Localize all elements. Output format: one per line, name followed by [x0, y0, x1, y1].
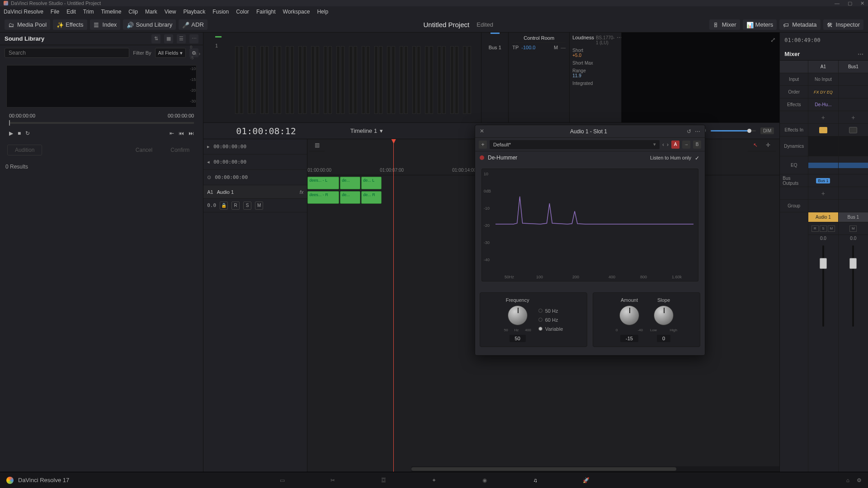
menu-fairlight[interactable]: Fairlight [256, 9, 276, 15]
timeline-scrollbar[interactable] [411, 466, 779, 472]
freq-50hz-radio[interactable]: 50 Hz [538, 308, 563, 314]
ch-mute-toggle[interactable]: M [828, 225, 835, 232]
dynamics-slot[interactable] [808, 136, 838, 156]
plugin-bypass-toggle[interactable] [480, 155, 484, 160]
window-minimize-button[interactable]: — [835, 0, 840, 6]
channel-gain-value[interactable]: 0.0 [808, 235, 838, 242]
track-lock-toggle[interactable]: 🔒 [220, 202, 228, 210]
snap-tool-icon[interactable]: ✛ [764, 142, 772, 148]
tc-field-3[interactable]: 00:00:00:00 [215, 174, 248, 180]
playhead[interactable] [393, 139, 394, 472]
transport-record-icon[interactable]: ◂ [207, 159, 210, 165]
audio-clip[interactable]: de... R [361, 191, 382, 204]
preview-scrubber[interactable] [9, 122, 194, 124]
meters-button[interactable]: 📊Meters [743, 19, 777, 30]
adr-button[interactable]: 🎤ADR [179, 19, 207, 30]
audio-clip[interactable]: de... [340, 191, 360, 204]
home-icon[interactable]: ⌂ [846, 477, 849, 483]
frequency-value[interactable]: 50 [509, 335, 526, 342]
track-solo-toggle[interactable]: S [243, 202, 251, 210]
tc-field-1[interactable]: 00:00:00:00 [213, 144, 246, 150]
prev-preset-icon[interactable]: ‹ [662, 141, 664, 148]
media-page-icon[interactable]: ▭ [277, 475, 287, 485]
plugin-window[interactable]: ✕ Audio 1 - Slot 1 ↺ ⋯ + Default*▾ ‹ › A… [475, 125, 705, 356]
channel-input[interactable]: No Input [808, 73, 838, 86]
timeline-view-icon[interactable]: ▥ [313, 142, 321, 148]
slope-knob[interactable] [654, 305, 674, 325]
channel-header[interactable]: Bus1 [839, 61, 868, 73]
next-result-icon[interactable]: › [198, 51, 200, 57]
effects-button[interactable]: ✨Effects [53, 19, 87, 30]
audio-clip[interactable]: de... [340, 177, 360, 189]
preset-dropdown[interactable]: Default*▾ [490, 140, 660, 149]
menu-edit[interactable]: Edit [66, 9, 76, 15]
audio-clip[interactable]: de... L [361, 177, 382, 189]
menu-workspace[interactable]: Workspace [283, 9, 310, 15]
step-fwd-icon[interactable]: ⏭ [189, 130, 194, 136]
metadata-button[interactable]: 🏷Metadata [779, 19, 820, 30]
slope-value[interactable]: 0 [657, 335, 670, 342]
frequency-knob[interactable] [508, 305, 528, 325]
close-icon[interactable]: ✕ [480, 128, 487, 135]
ch-solo-toggle[interactable]: S [820, 225, 827, 232]
ch-record-toggle[interactable]: R [811, 225, 819, 232]
selection-tool-icon[interactable]: ↖ [751, 142, 760, 148]
stop-button[interactable]: ■ [18, 130, 21, 136]
cancel-button[interactable]: Cancel [129, 145, 159, 155]
eq-slot[interactable] [839, 156, 868, 174]
amount-value[interactable]: -15 [620, 335, 638, 342]
compare-a-button[interactable]: A [671, 141, 679, 149]
effects-in-toggle[interactable] [849, 127, 857, 133]
filter-dropdown[interactable]: All Fields▾ [155, 48, 186, 58]
fusion-page-icon[interactable]: ✦ [429, 475, 439, 485]
channel-fader[interactable] [852, 245, 854, 327]
menu-color[interactable]: Color [236, 9, 249, 15]
window-maximize-button[interactable]: ▢ [848, 0, 852, 6]
fairlight-page-icon[interactable]: ♫ [530, 475, 540, 485]
timeline-selector[interactable]: Timeline 1▾ [350, 127, 383, 134]
bus-output[interactable]: Bus 1 [816, 178, 830, 183]
transport-play-icon[interactable]: ▸ [207, 144, 210, 150]
track-mute-toggle[interactable]: M [255, 202, 263, 210]
add-preset-icon[interactable]: + [479, 141, 487, 149]
add-effect-icon[interactable]: + [851, 114, 855, 121]
channel-effect-slot[interactable]: De-Hu... [808, 99, 838, 111]
channel-fader[interactable] [822, 245, 824, 327]
dim-button[interactable]: DIM [760, 127, 774, 134]
mixer-button[interactable]: 🎚Mixer [709, 19, 740, 30]
menu-davinci-resolve[interactable]: DaVinci Resolve [4, 9, 43, 15]
grid-view-icon[interactable]: ▦ [164, 34, 173, 43]
menu-file[interactable]: File [51, 9, 59, 15]
track-fx-label[interactable]: fx [300, 189, 304, 195]
search-input[interactable] [5, 48, 129, 58]
menu-bar[interactable]: DaVinci Resolve File Edit Trim Timeline … [0, 6, 868, 17]
list-view-icon[interactable]: ☰ [177, 34, 186, 43]
menu-mark[interactable]: Mark [145, 9, 157, 15]
mixer-options-icon[interactable]: ⋯ [858, 51, 863, 57]
deliver-page-icon[interactable]: 🚀 [581, 475, 591, 485]
cut-page-icon[interactable]: ✂ [328, 475, 338, 485]
reset-icon[interactable]: ↺ [687, 128, 691, 135]
menu-trim[interactable]: Trim [83, 9, 94, 15]
dynamics-slot[interactable] [839, 136, 868, 156]
add-bus-icon[interactable]: + [821, 190, 825, 197]
sort-icon[interactable]: ⇅ [151, 34, 160, 43]
eq-slot[interactable] [808, 156, 838, 174]
edit-page-icon[interactable]: ☲ [378, 475, 388, 485]
play-button[interactable]: ▶ [9, 130, 13, 136]
go-start-icon[interactable]: ⇤ [170, 130, 174, 136]
audio-clip[interactable]: dees... - L [307, 177, 339, 189]
ch-mute-toggle[interactable]: M [849, 225, 857, 232]
menu-view[interactable]: View [165, 9, 176, 15]
window-close-button[interactable]: ✕ [860, 0, 864, 6]
media-pool-button[interactable]: 🗂Media Pool [5, 19, 50, 30]
audition-button[interactable]: Audition [7, 145, 42, 155]
channel-gain-value[interactable]: 0.0 [839, 235, 868, 242]
inspector-button[interactable]: 🛠Inspector [823, 19, 863, 30]
amount-knob[interactable] [619, 305, 639, 325]
settings-icon[interactable]: ⚙ [857, 477, 862, 483]
plugin-options-icon[interactable]: ⋯ [695, 128, 700, 135]
channel-order[interactable]: FX DY EQ [808, 86, 838, 99]
effects-in-toggle[interactable] [819, 127, 827, 133]
track-name[interactable]: Audio 1 [217, 189, 234, 195]
